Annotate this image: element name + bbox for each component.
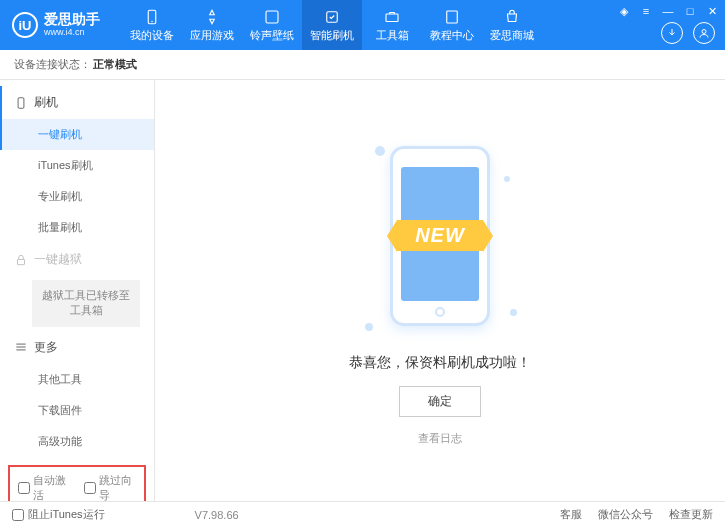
app-title: 爱思助手	[44, 12, 100, 27]
status-value: 正常模式	[93, 57, 137, 72]
block-itunes-checkbox[interactable]: 阻止iTunes运行	[12, 507, 105, 522]
toolbox-icon	[383, 8, 401, 26]
checkbox-label: 自动激活	[33, 473, 70, 501]
svg-rect-5	[447, 11, 458, 23]
nav-label: 应用游戏	[190, 28, 234, 43]
lock-icon	[14, 253, 28, 267]
status-bar: 设备连接状态： 正常模式	[0, 50, 725, 80]
sidebar-item-itunes[interactable]: iTunes刷机	[0, 150, 154, 181]
close-icon[interactable]: ✕	[705, 4, 719, 18]
status-label: 设备连接状态：	[14, 57, 91, 72]
sidebar-item-advanced[interactable]: 高级功能	[0, 426, 154, 457]
book-icon	[443, 8, 461, 26]
skip-guide-checkbox[interactable]: 跳过向导	[84, 473, 136, 501]
svg-rect-4	[386, 14, 398, 22]
minimize-icon[interactable]: —	[661, 4, 675, 18]
section-label: 刷机	[34, 94, 58, 111]
nav-label: 爱思商城	[490, 28, 534, 43]
nav-label: 铃声壁纸	[250, 28, 294, 43]
sidebar-section-more[interactable]: 更多	[0, 331, 154, 364]
sidebar-item-oneclick[interactable]: 一键刷机	[0, 119, 154, 150]
nav-toolbox[interactable]: 工具箱	[362, 0, 422, 50]
checkbox-label: 阻止iTunes运行	[28, 507, 105, 522]
nav-ringtones[interactable]: 铃声壁纸	[242, 0, 302, 50]
footer-link-update[interactable]: 检查更新	[669, 507, 713, 522]
menu-icon[interactable]: ≡	[639, 4, 653, 18]
sidebar-item-batch[interactable]: 批量刷机	[0, 212, 154, 243]
user-button[interactable]	[693, 22, 715, 44]
section-label: 一键越狱	[34, 251, 82, 268]
sidebar-section-jailbreak[interactable]: 一键越狱	[0, 243, 154, 276]
menu-icon	[14, 340, 28, 354]
footer: 阻止iTunes运行 V7.98.66 客服 微信公众号 检查更新	[0, 501, 725, 527]
app-url: www.i4.cn	[44, 28, 100, 38]
svg-rect-8	[18, 259, 25, 264]
view-log-link[interactable]: 查看日志	[418, 431, 462, 446]
svg-point-6	[702, 30, 706, 34]
svg-point-1	[151, 20, 153, 22]
phone-icon	[143, 8, 161, 26]
download-button[interactable]	[661, 22, 683, 44]
nav-apps[interactable]: 应用游戏	[182, 0, 242, 50]
image-icon	[263, 8, 281, 26]
sidebar-item-download[interactable]: 下载固件	[0, 395, 154, 426]
skin-icon[interactable]: ◈	[617, 4, 631, 18]
app-header: iU 爱思助手 www.i4.cn 我的设备 应用游戏 铃声壁纸 智能刷机 工具…	[0, 0, 725, 50]
footer-link-support[interactable]: 客服	[560, 507, 582, 522]
store-icon	[503, 8, 521, 26]
auto-activate-checkbox[interactable]: 自动激活	[18, 473, 70, 501]
success-illustration: NEW	[355, 136, 525, 336]
checkbox-highlight-box: 自动激活 跳过向导	[8, 465, 146, 501]
main-nav: 我的设备 应用游戏 铃声壁纸 智能刷机 工具箱 教程中心 爱思商城	[122, 0, 542, 50]
version-label: V7.98.66	[195, 509, 239, 521]
svg-rect-2	[266, 11, 278, 23]
sidebar: 刷机 一键刷机 iTunes刷机 专业刷机 批量刷机 一键越狱 越狱工具已转移至…	[0, 80, 155, 501]
nav-my-device[interactable]: 我的设备	[122, 0, 182, 50]
checkbox-label: 跳过向导	[99, 473, 136, 501]
jailbreak-note: 越狱工具已转移至工具箱	[32, 280, 140, 327]
sidebar-item-pro[interactable]: 专业刷机	[0, 181, 154, 212]
new-badge: NEW	[397, 220, 483, 251]
nav-label: 工具箱	[376, 28, 409, 43]
nav-label: 教程中心	[430, 28, 474, 43]
nav-label: 我的设备	[130, 28, 174, 43]
sidebar-section-flash[interactable]: 刷机	[0, 86, 154, 119]
header-actions	[661, 22, 715, 44]
ok-button[interactable]: 确定	[399, 386, 481, 417]
logo-area: iU 爱思助手 www.i4.cn	[0, 12, 112, 38]
sidebar-item-other[interactable]: 其他工具	[0, 364, 154, 395]
phone-icon	[14, 96, 28, 110]
window-controls: ◈ ≡ — □ ✕	[617, 4, 719, 18]
apps-icon	[203, 8, 221, 26]
nav-label: 智能刷机	[310, 28, 354, 43]
maximize-icon[interactable]: □	[683, 4, 697, 18]
flash-icon	[323, 8, 341, 26]
section-label: 更多	[34, 339, 58, 356]
nav-flash[interactable]: 智能刷机	[302, 0, 362, 50]
nav-store[interactable]: 爱思商城	[482, 0, 542, 50]
success-message: 恭喜您，保资料刷机成功啦！	[349, 354, 531, 372]
svg-rect-7	[18, 97, 24, 108]
nav-tutorials[interactable]: 教程中心	[422, 0, 482, 50]
footer-link-wechat[interactable]: 微信公众号	[598, 507, 653, 522]
main-content: NEW 恭喜您，保资料刷机成功啦！ 确定 查看日志	[155, 80, 725, 501]
logo-icon: iU	[12, 12, 38, 38]
